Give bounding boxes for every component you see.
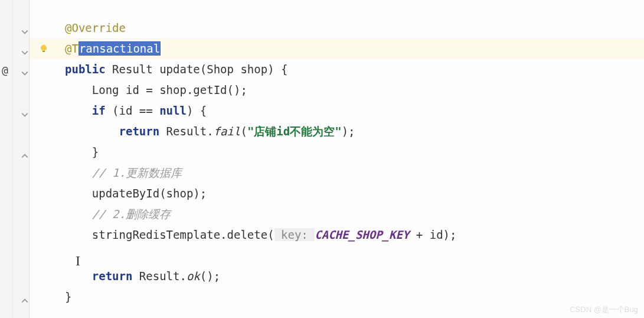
code-line: } <box>30 287 644 307</box>
code-line: Long id = shop.getId(); <box>30 80 644 100</box>
editor-gutter: @ <box>0 0 30 318</box>
code-line: return Result.ok(); <box>30 266 644 287</box>
fold-icon[interactable] <box>21 108 28 115</box>
svg-point-0 <box>41 45 47 51</box>
annotation-transactional: @Transactional <box>65 41 161 56</box>
annotation-override: @Override <box>65 21 126 34</box>
text-cursor-icon: I <box>76 253 80 269</box>
watermark: CSDN @是一个Bug <box>570 304 638 315</box>
svg-rect-1 <box>43 51 45 52</box>
code-line: @Override <box>30 18 644 38</box>
fold-icon[interactable] <box>21 25 28 32</box>
fold-icon[interactable] <box>21 46 28 53</box>
intention-bulb-icon[interactable] <box>39 43 48 52</box>
code-line: // 2.删除缓存 <box>30 204 644 225</box>
code-line: return Result.fail("店铺id不能为空"); <box>30 121 644 142</box>
code-line: updateById(shop); <box>30 183 644 204</box>
comment: // 1.更新数据库 <box>92 166 182 179</box>
code-line: if (id == null) { <box>30 100 644 121</box>
constant: CACHE_SHOP_KEY <box>315 228 409 241</box>
code-line <box>30 245 644 266</box>
parameter-hint: key: <box>274 228 315 241</box>
override-gutter-icon[interactable]: @ <box>2 64 8 76</box>
selected-text: ransactional <box>79 41 161 56</box>
code-line: stringRedisTemplate.delete( key: CACHE_S… <box>30 225 644 245</box>
fold-icon[interactable] <box>21 294 28 301</box>
code-editor[interactable]: @Override @Transactional public Result u… <box>30 0 644 318</box>
left-margin <box>0 0 13 318</box>
comment: // 2.删除缓存 <box>92 207 171 220</box>
fold-icon[interactable] <box>21 66 28 73</box>
code-line: @Transactional <box>30 38 644 59</box>
fold-icon[interactable] <box>21 149 28 156</box>
code-line: public Result update(Shop shop) { <box>30 59 644 80</box>
code-line: // 1.更新数据库 <box>30 163 644 183</box>
code-line: } <box>30 142 644 163</box>
